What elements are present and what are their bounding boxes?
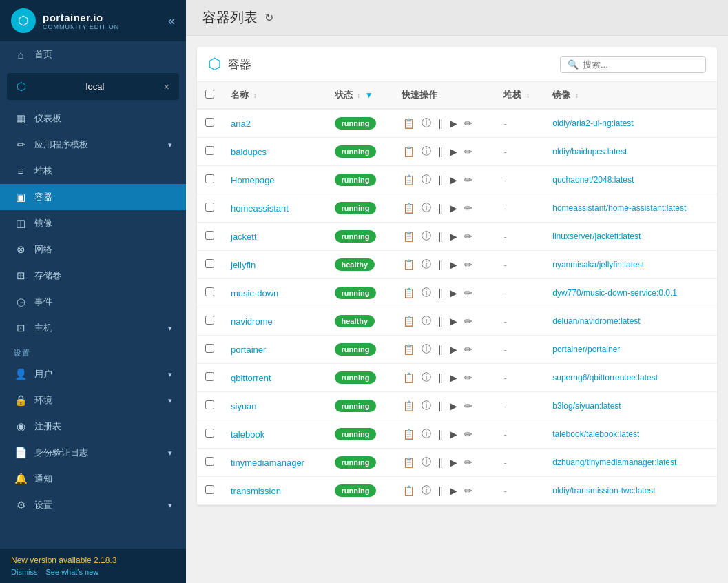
stats-icon[interactable]: ∥ xyxy=(437,258,444,272)
logs-icon[interactable]: 📋 xyxy=(402,201,416,215)
inspect-icon[interactable]: ⓘ xyxy=(420,285,433,300)
inspect-icon[interactable]: ⓘ xyxy=(420,427,433,442)
edit-icon[interactable]: ✏ xyxy=(463,286,474,300)
sidebar-item-settings[interactable]: ⚙ 设置 ▾ xyxy=(0,492,186,518)
collapse-button[interactable]: « xyxy=(168,14,175,28)
row-checkbox[interactable] xyxy=(205,174,214,183)
env-header[interactable]: ⬡ local × xyxy=(7,73,179,100)
exec-icon[interactable]: ▶ xyxy=(448,456,459,469)
col-stack[interactable]: 堆栈 ↕ xyxy=(495,82,544,109)
stats-icon[interactable]: ∥ xyxy=(437,201,444,215)
sidebar-item-stacks[interactable]: ≡ 堆栈 xyxy=(0,158,186,184)
sidebar-item-home[interactable]: ⌂ 首页 xyxy=(0,41,186,68)
sidebar-item-environments[interactable]: 🔒 环境 ▾ xyxy=(0,387,186,413)
inspect-icon[interactable]: ⓘ xyxy=(420,370,433,385)
container-name-link[interactable]: music-down xyxy=(231,288,278,298)
container-name-link[interactable]: talebook xyxy=(231,429,264,440)
sidebar-item-volumes[interactable]: ⊞ 存储卷 xyxy=(0,263,186,289)
sidebar-item-images[interactable]: ◫ 镜像 xyxy=(0,210,186,236)
container-name-link[interactable]: siyuan xyxy=(231,401,257,411)
inspect-icon[interactable]: ⓘ xyxy=(420,455,433,470)
exec-icon[interactable]: ▶ xyxy=(448,399,459,413)
exec-icon[interactable]: ▶ xyxy=(448,314,459,328)
sidebar-item-dashboard[interactable]: ▦ 仪表板 xyxy=(0,105,186,132)
sidebar-item-auth-logs[interactable]: 📄 身份验证日志 ▾ xyxy=(0,440,186,466)
edit-icon[interactable]: ✏ xyxy=(463,456,474,469)
stats-icon[interactable]: ∥ xyxy=(437,145,444,158)
container-name-link[interactable]: portainer xyxy=(231,345,266,355)
exec-icon[interactable]: ▶ xyxy=(448,116,459,130)
logs-icon[interactable]: 📋 xyxy=(402,145,416,158)
stats-icon[interactable]: ∥ xyxy=(437,314,444,328)
env-close-button[interactable]: × xyxy=(164,81,169,92)
exec-icon[interactable]: ▶ xyxy=(448,427,459,441)
inspect-icon[interactable]: ⓘ xyxy=(420,201,433,216)
sidebar-item-containers[interactable]: ▣ 容器 xyxy=(0,184,186,210)
inspect-icon[interactable]: ⓘ xyxy=(420,116,433,131)
stats-icon[interactable]: ∥ xyxy=(437,371,444,385)
logs-icon[interactable]: 📋 xyxy=(402,399,416,413)
row-checkbox[interactable] xyxy=(205,316,214,325)
stats-icon[interactable]: ∥ xyxy=(437,399,444,413)
container-name-link[interactable]: Homepage xyxy=(231,175,275,185)
sidebar-item-events[interactable]: ◷ 事件 xyxy=(0,289,186,315)
stats-icon[interactable]: ∥ xyxy=(437,342,444,356)
search-box[interactable]: 🔍 xyxy=(560,56,706,73)
row-checkbox[interactable] xyxy=(205,118,214,127)
row-checkbox[interactable] xyxy=(205,344,214,353)
dismiss-link[interactable]: Dismiss xyxy=(11,568,38,576)
exec-icon[interactable]: ▶ xyxy=(448,229,459,243)
stats-icon[interactable]: ∥ xyxy=(437,116,444,130)
container-name-link[interactable]: qbittorrent xyxy=(231,373,271,383)
inspect-icon[interactable]: ⓘ xyxy=(420,398,433,413)
stats-icon[interactable]: ∥ xyxy=(437,484,444,498)
row-checkbox[interactable] xyxy=(205,146,214,155)
row-checkbox[interactable] xyxy=(205,457,214,466)
container-name-link[interactable]: jackett xyxy=(231,232,257,242)
logs-icon[interactable]: 📋 xyxy=(402,116,416,130)
sidebar-item-hosts[interactable]: ⊡ 主机 ▾ xyxy=(0,315,186,341)
edit-icon[interactable]: ✏ xyxy=(463,484,474,498)
edit-icon[interactable]: ✏ xyxy=(463,427,474,441)
inspect-icon[interactable]: ⓘ xyxy=(420,172,433,187)
row-checkbox[interactable] xyxy=(205,259,214,268)
inspect-icon[interactable]: ⓘ xyxy=(420,144,433,159)
inspect-icon[interactable]: ⓘ xyxy=(420,314,433,329)
col-status[interactable]: 状态 ↕ ▼ xyxy=(326,82,394,109)
logs-icon[interactable]: 📋 xyxy=(402,173,416,187)
edit-icon[interactable]: ✏ xyxy=(463,399,474,413)
stats-icon[interactable]: ∥ xyxy=(437,229,444,243)
container-name-link[interactable]: aria2 xyxy=(231,119,251,129)
sidebar-item-networks[interactable]: ⊗ 网络 xyxy=(0,236,186,263)
whats-new-link[interactable]: See what's new xyxy=(46,568,99,576)
container-name-link[interactable]: transmission xyxy=(231,486,281,496)
stats-icon[interactable]: ∥ xyxy=(437,173,444,187)
logs-icon[interactable]: 📋 xyxy=(402,258,416,272)
container-name-link[interactable]: jellyfin xyxy=(231,260,256,270)
sidebar-item-registries[interactable]: ◉ 注册表 xyxy=(0,413,186,440)
inspect-icon[interactable]: ⓘ xyxy=(420,229,433,244)
edit-icon[interactable]: ✏ xyxy=(463,258,474,272)
exec-icon[interactable]: ▶ xyxy=(448,173,459,187)
exec-icon[interactable]: ▶ xyxy=(448,145,459,158)
edit-icon[interactable]: ✏ xyxy=(463,145,474,158)
exec-icon[interactable]: ▶ xyxy=(448,201,459,215)
edit-icon[interactable]: ✏ xyxy=(463,173,474,187)
row-checkbox[interactable] xyxy=(205,287,214,296)
row-checkbox[interactable] xyxy=(205,372,214,381)
sidebar-item-notifications[interactable]: 🔔 通知 xyxy=(0,466,186,492)
exec-icon[interactable]: ▶ xyxy=(448,342,459,356)
stats-icon[interactable]: ∥ xyxy=(437,286,444,300)
inspect-icon[interactable]: ⓘ xyxy=(420,257,433,272)
logs-icon[interactable]: 📋 xyxy=(402,456,416,469)
logs-icon[interactable]: 📋 xyxy=(402,484,416,498)
exec-icon[interactable]: ▶ xyxy=(448,484,459,498)
container-name-link[interactable]: navidrome xyxy=(231,316,273,327)
edit-icon[interactable]: ✏ xyxy=(463,116,474,130)
edit-icon[interactable]: ✏ xyxy=(463,201,474,215)
stats-icon[interactable]: ∥ xyxy=(437,427,444,441)
exec-icon[interactable]: ▶ xyxy=(448,258,459,272)
col-name[interactable]: 名称 ↕ xyxy=(222,82,326,109)
row-checkbox[interactable] xyxy=(205,429,214,438)
edit-icon[interactable]: ✏ xyxy=(463,342,474,356)
